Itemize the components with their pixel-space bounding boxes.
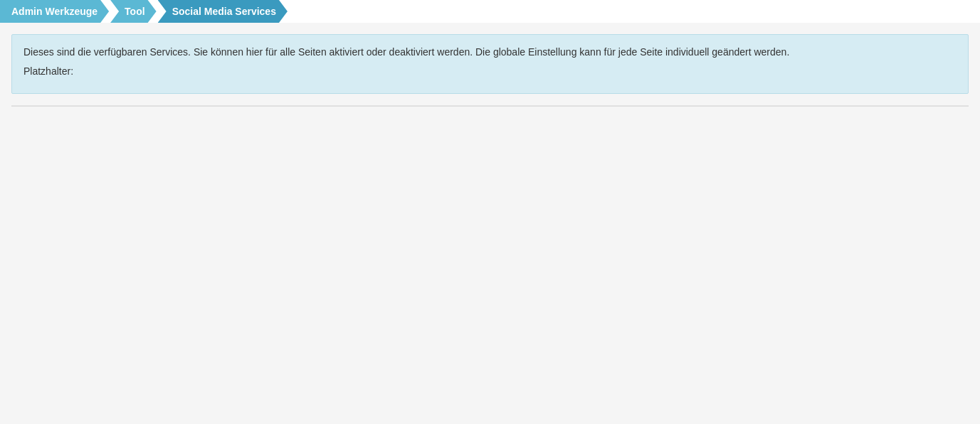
services-container xyxy=(11,105,969,107)
info-box: Dieses sind die verfügbaren Services. Si… xyxy=(11,34,969,94)
placeholder-label: Platzhalter: xyxy=(23,64,957,79)
breadcrumb-item-2[interactable]: Social Media Services xyxy=(158,0,288,23)
breadcrumb-item-0[interactable]: Admin Werkzeuge xyxy=(0,0,109,23)
breadcrumb-item-1[interactable]: Tool xyxy=(110,0,157,23)
info-text: Dieses sind die verfügbaren Services. Si… xyxy=(23,45,957,60)
breadcrumb: Admin WerkzeugeToolSocial Media Services xyxy=(0,0,980,23)
